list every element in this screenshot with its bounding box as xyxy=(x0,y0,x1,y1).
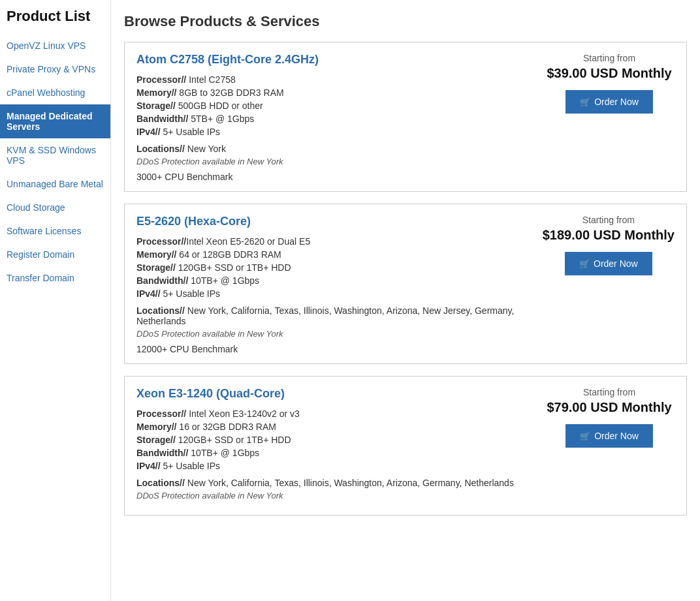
sidebar-item-openvz-linux-vps[interactable]: OpenVZ Linux VPS xyxy=(0,34,110,57)
product-name-e5-2620: E5-2620 (Hexa-Core) xyxy=(136,215,543,228)
cart-icon xyxy=(580,97,590,107)
spec-row: Memory// 8GB to 32GB DDR3 RAM xyxy=(136,87,544,98)
product-specs-e5-2620: Processor//Intel Xeon E5-2620 or Dual E5… xyxy=(136,236,543,299)
product-info-xeon-e3-1240: Xeon E3-1240 (Quad-Core)Processor// Inte… xyxy=(136,387,544,506)
sidebar-item-managed-dedicated-servers[interactable]: Managed Dedicated Servers xyxy=(0,104,110,138)
locations-value: New York, California, Texas, Illinois, W… xyxy=(185,478,514,488)
spec-label: Bandwidth// xyxy=(136,114,188,124)
spec-label: Storage// xyxy=(136,100,176,111)
product-card-atom-c2758: Atom C2758 (Eight-Core 2.4GHz)Processor/… xyxy=(124,42,687,192)
spec-label: Storage// xyxy=(136,435,176,445)
cart-icon xyxy=(579,258,590,269)
spec-label: Processor// xyxy=(136,408,186,419)
sidebar-item-kvm-ssd-windows-vps[interactable]: KVM & SSD Windows VPS xyxy=(0,138,110,172)
sidebar-item-cloud-storage[interactable]: Cloud Storage xyxy=(0,196,110,219)
product-name-xeon-e3-1240: Xeon E3-1240 (Quad-Core) xyxy=(136,387,544,401)
product-benchmark-e5-2620: 12000+ CPU Benchmark xyxy=(136,344,543,354)
product-info-e5-2620: E5-2620 (Hexa-Core)Processor//Intel Xeon… xyxy=(136,215,543,354)
order-button-e5-2620[interactable]: Order Now xyxy=(565,252,652,275)
order-button-xeon-e3-1240[interactable]: Order Now xyxy=(565,424,653,448)
spec-row: IPv4// 5+ Usable IPs xyxy=(136,288,543,299)
spec-value: Intel Xeon E3-1240v2 or v3 xyxy=(186,408,300,419)
spec-label: Processor// xyxy=(136,236,186,247)
order-button-atom-c2758[interactable]: Order Now xyxy=(565,90,653,114)
spec-value: 8GB to 32GB DDR3 RAM xyxy=(176,87,283,98)
spec-value: 5+ Usable IPs xyxy=(161,461,220,471)
product-pricing-atom-c2758: Starting from$39.00 USD MonthlyOrder Now xyxy=(544,53,675,114)
spec-row: Bandwidth// 10TB+ @ 1Gbps xyxy=(136,448,544,458)
spec-row: Processor//Intel Xeon E5-2620 or Dual E5 xyxy=(136,236,543,247)
spec-label: Storage// xyxy=(136,262,176,273)
main-title: Browse Products & Services xyxy=(124,7,687,30)
product-price-atom-c2758: $39.00 USD Monthly xyxy=(547,66,671,81)
spec-value: 5TB+ @ 1Gbps xyxy=(188,114,254,124)
product-price-xeon-e3-1240: $79.00 USD Monthly xyxy=(547,400,671,415)
starting-from-label: Starting from xyxy=(582,215,635,225)
product-locations-e5-2620: Locations// New York, California, Texas,… xyxy=(136,305,543,326)
spec-row: Processor// Intel Xeon E3-1240v2 or v3 xyxy=(136,408,544,419)
order-button-label: Order Now xyxy=(594,431,639,441)
locations-label: Locations// xyxy=(136,144,185,154)
main-content: Browse Products & Services Atom C2758 (E… xyxy=(111,0,700,601)
sidebar-item-register-domain[interactable]: Register Domain xyxy=(0,243,110,266)
spec-row: IPv4// 5+ Usable IPs xyxy=(136,461,544,471)
sidebar-item-software-licenses[interactable]: Software Licenses xyxy=(0,219,110,243)
product-locations-xeon-e3-1240: Locations// New York, California, Texas,… xyxy=(136,478,544,488)
products-list: Atom C2758 (Eight-Core 2.4GHz)Processor/… xyxy=(124,42,687,516)
sidebar-item-transfer-domain[interactable]: Transfer Domain xyxy=(0,266,110,290)
spec-label: IPv4// xyxy=(136,127,161,137)
product-locations-atom-c2758: Locations// New York xyxy=(136,144,544,154)
spec-value: 120GB+ SSD or 1TB+ HDD xyxy=(176,262,291,273)
spec-label: Bandwidth// xyxy=(136,448,188,458)
product-ddos-e5-2620: DDoS Protection available in New York xyxy=(136,329,543,339)
spec-value: 10TB+ @ 1Gbps xyxy=(188,448,259,458)
spec-value: 10TB+ @ 1Gbps xyxy=(188,275,259,286)
spec-label: Processor// xyxy=(136,74,186,85)
sidebar-title: Product List xyxy=(0,0,110,34)
spec-value: 5+ Usable IPs xyxy=(161,288,220,299)
product-benchmark-atom-c2758: 3000+ CPU Benchmark xyxy=(136,172,544,182)
sidebar-item-private-proxy-vpns[interactable]: Private Proxy & VPNs xyxy=(0,57,110,81)
spec-row: Bandwidth// 5TB+ @ 1Gbps xyxy=(136,114,544,124)
product-pricing-xeon-e3-1240: Starting from$79.00 USD MonthlyOrder Now xyxy=(544,387,675,448)
locations-label: Locations// xyxy=(136,478,185,488)
product-pricing-e5-2620: Starting from$189.00 USD MonthlyOrder No… xyxy=(543,215,675,275)
locations-value: New York xyxy=(185,144,226,154)
sidebar-item-unmanaged-bare-metal[interactable]: Unmanaged Bare Metal xyxy=(0,172,110,196)
spec-value: 64 or 128GB DDR3 RAM xyxy=(176,249,281,260)
spec-label: Memory// xyxy=(136,422,176,432)
spec-label: Bandwidth// xyxy=(136,275,188,286)
product-card-xeon-e3-1240: Xeon E3-1240 (Quad-Core)Processor// Inte… xyxy=(124,376,687,516)
sidebar-item-cpanel-webhosting[interactable]: cPanel Webhosting xyxy=(0,81,110,104)
product-info-atom-c2758: Atom C2758 (Eight-Core 2.4GHz)Processor/… xyxy=(136,53,544,182)
order-button-label: Order Now xyxy=(594,97,639,107)
sidebar: Product List OpenVZ Linux VPSPrivate Pro… xyxy=(0,0,111,601)
product-price-e5-2620: $189.00 USD Monthly xyxy=(543,228,675,243)
spec-row: Processor// Intel C2758 xyxy=(136,74,544,85)
starting-from-label: Starting from xyxy=(583,387,635,397)
locations-label: Locations// xyxy=(136,305,185,316)
product-name-atom-c2758: Atom C2758 (Eight-Core 2.4GHz) xyxy=(136,53,544,67)
product-card-e5-2620: E5-2620 (Hexa-Core)Processor//Intel Xeon… xyxy=(124,204,687,364)
spec-value: 120GB+ SSD or 1TB+ HDD xyxy=(176,435,291,445)
spec-label: Memory// xyxy=(136,249,176,260)
order-button-label: Order Now xyxy=(594,258,638,269)
locations-value: New York, California, Texas, Illinois, W… xyxy=(136,305,514,326)
spec-value: 500GB HDD or other xyxy=(176,100,263,111)
spec-row: Bandwidth// 10TB+ @ 1Gbps xyxy=(136,275,543,286)
starting-from-label: Starting from xyxy=(583,53,635,63)
spec-value: Intel Xeon E5-2620 or Dual E5 xyxy=(186,236,310,247)
sidebar-nav: OpenVZ Linux VPSPrivate Proxy & VPNscPan… xyxy=(0,34,110,290)
spec-row: Storage// 500GB HDD or other xyxy=(136,100,544,111)
spec-label: IPv4// xyxy=(136,288,161,299)
cart-icon xyxy=(580,431,590,441)
spec-value: 5+ Usable IPs xyxy=(161,127,220,137)
product-ddos-atom-c2758: DDoS Protection available in New York xyxy=(136,157,544,166)
spec-row: Storage// 120GB+ SSD or 1TB+ HDD xyxy=(136,435,544,445)
spec-row: Memory// 16 or 32GB DDR3 RAM xyxy=(136,422,544,432)
spec-value: 16 or 32GB DDR3 RAM xyxy=(176,422,276,432)
spec-row: Storage// 120GB+ SSD or 1TB+ HDD xyxy=(136,262,543,273)
product-ddos-xeon-e3-1240: DDoS Protection available in New York xyxy=(136,491,544,501)
product-specs-atom-c2758: Processor// Intel C2758Memory// 8GB to 3… xyxy=(136,74,544,137)
spec-value: Intel C2758 xyxy=(186,74,236,85)
